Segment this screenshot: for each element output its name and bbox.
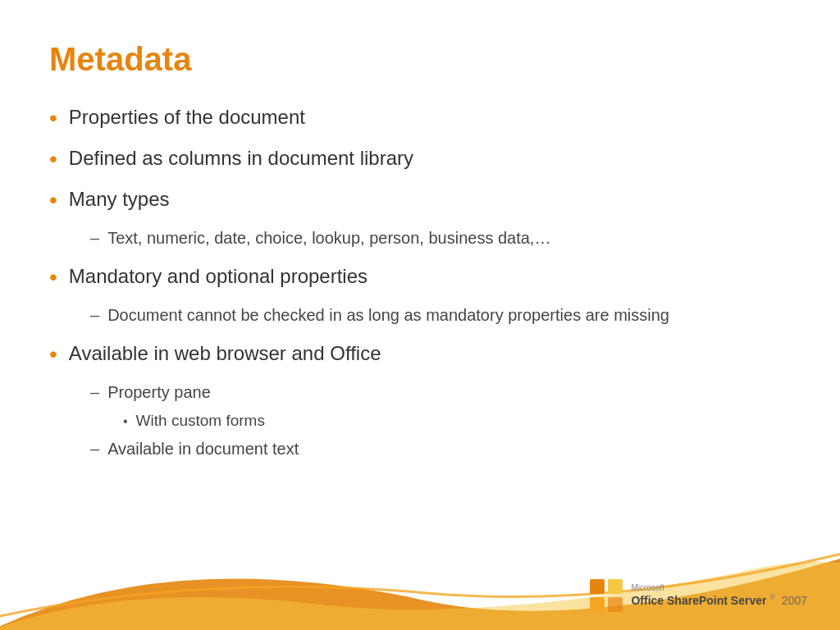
bullet-2-dot: •: [49, 142, 57, 176]
bullet-5-dot: •: [49, 337, 57, 372]
year-label: 2007: [782, 594, 807, 607]
svg-rect-3: [608, 597, 623, 612]
bullet-5-1-text: Property pane: [107, 380, 211, 404]
bullet-3-1-text: Text, numeric, date, choice, lookup, per…: [107, 226, 550, 250]
bullet-4-dot: •: [49, 260, 57, 294]
bullet-5-1-1-dot: •: [123, 412, 128, 431]
svg-rect-1: [608, 579, 623, 594]
bullet-5-2-text: Available in document text: [107, 436, 299, 461]
bullet-4-1-text: Document cannot be checked in as long as…: [107, 303, 669, 327]
sharepoint-logo-text: Microsoft Office SharePoint Server ® 200…: [631, 582, 807, 608]
bullet-2-text: Defined as columns in document library: [69, 144, 413, 173]
bullet-3-dot: •: [49, 183, 57, 217]
bullet-1-dot: •: [49, 101, 57, 135]
bullet-2: • Defined as columns in document library: [49, 144, 791, 176]
bullet-4: • Mandatory and optional properties: [49, 262, 791, 294]
bullet-3-text: Many types: [69, 185, 170, 214]
bullet-5-1-1: • With custom forms: [123, 409, 791, 433]
bullet-4-text: Mandatory and optional properties: [69, 262, 368, 291]
bullet-5-2-dash: –: [90, 436, 99, 461]
bullet-5-1-dash: –: [90, 380, 99, 404]
bullet-3: • Many types: [49, 185, 791, 217]
slide-title: Metadata: [49, 41, 791, 78]
bullet-5-text: Available in web browser and Office: [69, 339, 381, 368]
slide-container: Metadata • Properties of the document • …: [0, 0, 840, 630]
bullet-5-1: – Property pane: [90, 380, 791, 404]
bullet-4-1: – Document cannot be checked in as long …: [90, 303, 791, 327]
logo-area: Microsoft Office SharePoint Server ® 200…: [588, 578, 807, 614]
bullet-1-text: Properties of the document: [69, 103, 305, 132]
bullet-3-1-dash: –: [90, 226, 99, 250]
bullet-5: • Available in web browser and Office: [49, 339, 791, 372]
bullet-5-1-1-text: With custom forms: [136, 409, 265, 433]
svg-rect-2: [590, 597, 605, 612]
bullet-4-1-dash: –: [90, 303, 99, 327]
sharepoint-logo-icon: [588, 578, 624, 614]
bullet-1: • Properties of the document: [49, 103, 791, 135]
bullet-5-2: – Available in document text: [90, 436, 791, 461]
svg-rect-0: [590, 579, 605, 594]
slide-content: • Properties of the document • Defined a…: [49, 103, 791, 461]
bullet-3-1: – Text, numeric, date, choice, lookup, p…: [90, 226, 791, 250]
product-name: Office SharePoint Server ® 2007: [631, 593, 807, 608]
ms-label: Microsoft: [631, 582, 807, 593]
